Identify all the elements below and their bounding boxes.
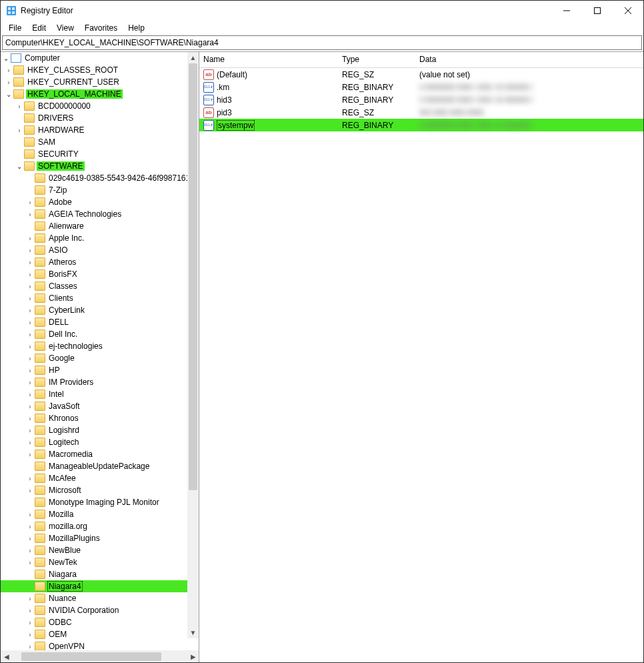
expander-closed-icon[interactable]: › [26, 198, 34, 206]
tree-drivers[interactable]: DRIVERS [1, 112, 199, 124]
tree-software-mozilla-org[interactable]: ›mozilla.org [1, 520, 199, 532]
tree-software-microsoft[interactable]: ›Microsoft [1, 484, 199, 496]
tree-software-im-providers[interactable]: ›IM Providers [1, 376, 199, 388]
tree-horizontal-scrollbar[interactable]: ◀ ▶ [1, 650, 199, 662]
expander-closed-icon[interactable]: › [26, 618, 34, 626]
vscroll-thumb[interactable] [189, 63, 197, 490]
expander-closed-icon[interactable]: › [26, 558, 34, 566]
tree-hkcr[interactable]: ›HKEY_CLASSES_ROOT [1, 64, 199, 76]
scroll-up-icon[interactable]: ▲ [187, 52, 199, 63]
expander-closed-icon[interactable]: › [26, 270, 34, 278]
tree-software-nuance[interactable]: ›Nuance [1, 592, 199, 604]
tree-security[interactable]: SECURITY [1, 148, 199, 160]
expander-closed-icon[interactable]: › [26, 510, 34, 518]
value-row[interactable]: (Default)REG_SZ(value not set) [199, 68, 643, 81]
value-row[interactable]: pid3REG_SZIIIIII IIIIIIII IIIIIIII IIIII… [199, 106, 643, 119]
tree-hardware[interactable]: ›HARDWARE [1, 124, 199, 136]
tree-software-clients[interactable]: ›Clients [1, 292, 199, 304]
tree-software-google[interactable]: ›Google [1, 352, 199, 364]
expander-closed-icon[interactable]: › [26, 486, 34, 494]
expander-closed-icon[interactable]: › [15, 126, 23, 134]
expander-closed-icon[interactable]: › [26, 426, 34, 434]
tree-bcd[interactable]: ›BCD00000000 [1, 100, 199, 112]
menu-edit[interactable]: Edit [27, 22, 51, 34]
hscroll-thumb[interactable] [21, 652, 161, 661]
tree-software-atheros[interactable]: ›Atheros [1, 256, 199, 268]
expander-open-icon[interactable]: ⌄ [2, 54, 10, 62]
tree-software-asio[interactable]: ›ASIO [1, 244, 199, 256]
menu-file[interactable]: File [3, 22, 27, 34]
expander-closed-icon[interactable]: › [26, 546, 34, 554]
tree-software-adobe[interactable]: ›Adobe [1, 196, 199, 208]
tree-software-odbc[interactable]: ›ODBC [1, 616, 199, 628]
tree-software-mcafee[interactable]: ›McAfee [1, 472, 199, 484]
expander-open-icon[interactable]: ⌄ [5, 90, 13, 98]
tree[interactable]: ⌄Computer›HKEY_CLASSES_ROOT›HKEY_CURRENT… [1, 52, 199, 650]
expander-closed-icon[interactable]: › [26, 438, 34, 446]
expander-closed-icon[interactable]: › [26, 246, 34, 254]
tree-software-logishrd[interactable]: ›Logishrd [1, 424, 199, 436]
menu-favorites[interactable]: Favorites [79, 22, 123, 34]
tree-sam[interactable]: SAM [1, 136, 199, 148]
expander-closed-icon[interactable]: › [5, 78, 13, 86]
tree-software-newtek[interactable]: ›NewTek [1, 556, 199, 568]
tree-software-oem[interactable]: ›OEM [1, 628, 199, 640]
tree-software-intel[interactable]: ›Intel [1, 388, 199, 400]
expander-closed-icon[interactable]: › [26, 294, 34, 302]
tree-software-029c4619-0385-5543-9426-46f9987161d9[interactable]: 029c4619-0385-5543-9426-46f9987161d9 [1, 172, 199, 184]
tree-software-manageableupdatepackage[interactable]: ManageableUpdatePackage [1, 460, 199, 472]
tree-software-monotype-imaging-pjl-monitor[interactable]: Monotype Imaging PJL Monitor [1, 496, 199, 508]
expander-closed-icon[interactable]: › [26, 594, 34, 602]
expander-closed-icon[interactable]: › [26, 318, 34, 326]
tree-software-logitech[interactable]: ›Logitech [1, 436, 199, 448]
tree-software-cyberlink[interactable]: ›CyberLink [1, 304, 199, 316]
expander-closed-icon[interactable]: › [26, 450, 34, 458]
expander-closed-icon[interactable]: › [26, 522, 34, 530]
expander-closed-icon[interactable]: › [15, 102, 23, 110]
close-button[interactable] [613, 1, 643, 21]
expander-closed-icon[interactable]: › [26, 354, 34, 362]
expander-closed-icon[interactable]: › [26, 258, 34, 266]
expander-closed-icon[interactable]: › [26, 414, 34, 422]
expander-closed-icon[interactable]: › [26, 474, 34, 482]
column-name[interactable]: Name [199, 52, 338, 67]
expander-closed-icon[interactable]: › [26, 630, 34, 638]
expander-closed-icon[interactable]: › [26, 234, 34, 242]
expander-closed-icon[interactable]: › [26, 606, 34, 614]
tree-vertical-scrollbar[interactable]: ▲ ▼ [187, 52, 199, 638]
scroll-down-icon[interactable]: ▼ [187, 627, 199, 638]
expander-closed-icon[interactable]: › [26, 342, 34, 350]
expander-closed-icon[interactable]: › [26, 366, 34, 374]
value-row[interactable]: hid3REG_BINARYII IIIIIIIIIIIIIIII IIIIII… [199, 93, 643, 106]
list-body[interactable]: (Default)REG_SZ(value not set).kmREG_BIN… [199, 68, 643, 662]
expander-closed-icon[interactable]: › [26, 378, 34, 386]
scroll-right-icon[interactable]: ▶ [187, 651, 199, 662]
expander-closed-icon[interactable]: › [26, 330, 34, 338]
expander-closed-icon[interactable]: › [5, 66, 13, 74]
expander-closed-icon[interactable]: › [26, 282, 34, 290]
tree-software-nvidia-corporation[interactable]: ›NVIDIA Corporation [1, 604, 199, 616]
value-row[interactable]: systempwREG_BINARYII IIIIIIIIIIIIIIII II… [199, 119, 643, 131]
tree-hkcu[interactable]: ›HKEY_CURRENT_USER [1, 76, 199, 88]
expander-closed-icon[interactable]: › [26, 534, 34, 542]
tree-software-7-zip[interactable]: 7-Zip [1, 184, 199, 196]
minimize-button[interactable] [551, 1, 582, 21]
column-type[interactable]: Type [338, 52, 415, 67]
tree-software-newblue[interactable]: ›NewBlue [1, 544, 199, 556]
scroll-left-icon[interactable]: ◀ [1, 651, 12, 662]
tree-software-dell[interactable]: ›DELL [1, 316, 199, 328]
tree-software-niagara4[interactable]: Niagara4 [1, 580, 199, 592]
tree-software-classes[interactable]: ›Classes [1, 280, 199, 292]
tree-hklm[interactable]: ⌄HKEY_LOCAL_MACHINE [1, 88, 199, 100]
expander-closed-icon[interactable]: › [26, 210, 34, 218]
tree-software-hp[interactable]: ›HP [1, 364, 199, 376]
menu-view[interactable]: View [51, 22, 79, 34]
tree-software-mozillaplugins[interactable]: ›MozillaPlugins [1, 532, 199, 544]
tree-software-ageia-technologies[interactable]: ›AGEIA Technologies [1, 208, 199, 220]
tree-software-macromedia[interactable]: ›Macromedia [1, 448, 199, 460]
expander-closed-icon[interactable]: › [26, 306, 34, 314]
tree-software-dell-inc-[interactable]: ›Dell Inc. [1, 328, 199, 340]
tree-software-khronos[interactable]: ›Khronos [1, 412, 199, 424]
tree-software-apple-inc-[interactable]: ›Apple Inc. [1, 232, 199, 244]
tree-software-ej-technologies[interactable]: ›ej-technologies [1, 340, 199, 352]
